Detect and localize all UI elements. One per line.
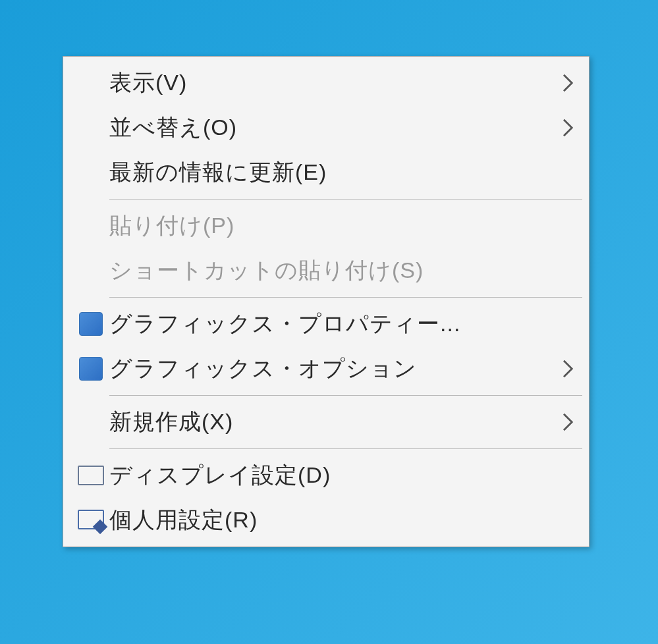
menu-item-label: 貼り付け(P) [109,211,555,241]
personalize-icon [78,510,104,531]
icon-slot [72,312,109,336]
menu-item-paste-shortcut: ショートカットの貼り付け(S) [65,248,588,293]
menu-item-label: 表示(V) [109,68,555,98]
submenu-arrow-icon [555,413,574,431]
intel-graphics-icon [79,357,103,381]
icon-slot [72,466,109,485]
submenu-arrow-icon [555,360,574,378]
submenu-arrow-icon [555,74,574,92]
icon-slot [72,357,109,381]
menu-separator [109,448,582,449]
display-icon [78,466,104,485]
menu-item-personalize[interactable]: 個人用設定(R) [65,498,588,543]
menu-item-refresh[interactable]: 最新の情報に更新(E) [65,150,588,195]
menu-separator [109,297,582,298]
menu-item-label: ショートカットの貼り付け(S) [109,255,555,286]
menu-item-label: 最新の情報に更新(E) [109,157,555,188]
desktop-context-menu: 表示(V) 並べ替え(O) 最新の情報に更新(E) 貼り付け(P) ショートカッ… [63,56,589,547]
icon-slot [72,510,109,531]
intel-graphics-icon [79,312,103,336]
menu-item-label: グラフィックス・オプション [109,354,555,384]
menu-item-paste: 貼り付け(P) [65,203,588,248]
menu-item-view[interactable]: 表示(V) [65,61,588,105]
menu-item-graphics-properties[interactable]: グラフィックス・プロパティー... [65,302,588,346]
submenu-arrow-icon [555,119,574,137]
menu-item-new[interactable]: 新規作成(X) [65,400,588,444]
menu-item-label: グラフィックス・プロパティー... [109,309,555,339]
menu-item-label: ディスプレイ設定(D) [109,460,555,491]
menu-separator [109,395,582,396]
menu-item-label: 個人用設定(R) [109,505,555,535]
menu-item-graphics-options[interactable]: グラフィックス・オプション [65,346,588,391]
menu-item-sort[interactable]: 並べ替え(O) [65,105,588,150]
menu-item-label: 新規作成(X) [109,407,555,437]
menu-item-display-settings[interactable]: ディスプレイ設定(D) [65,453,588,498]
menu-item-label: 並べ替え(O) [109,113,555,143]
menu-separator [109,199,582,200]
